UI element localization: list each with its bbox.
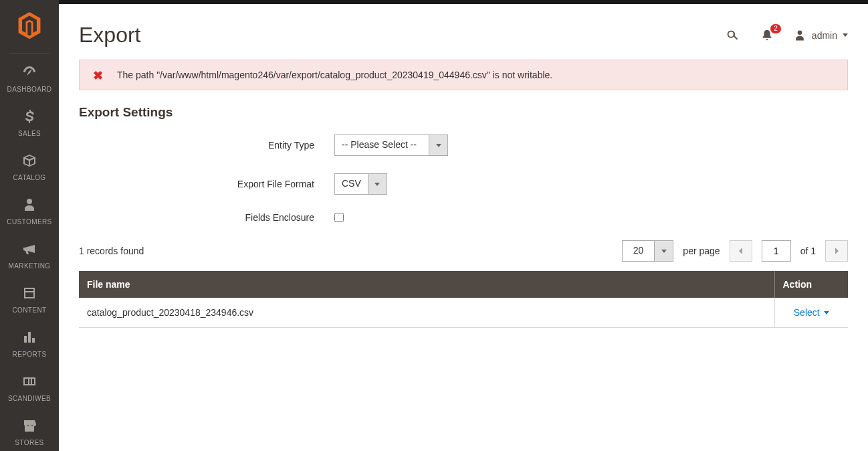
chevron-down-icon bbox=[429, 135, 447, 155]
bar-chart-icon bbox=[20, 329, 39, 345]
dashboard-icon bbox=[20, 64, 39, 80]
chevron-left-icon bbox=[738, 247, 744, 255]
chevron-down-icon bbox=[824, 311, 829, 314]
per-page-label: per page bbox=[683, 246, 720, 256]
sidebar-item-label: MARKETING bbox=[8, 262, 50, 270]
store-icon bbox=[20, 418, 39, 434]
select-label: Select bbox=[794, 307, 820, 318]
entity-type-value: -- Please Select -- bbox=[335, 135, 429, 155]
export-files-table: File name Action catalog_product_2023041… bbox=[79, 271, 848, 328]
sidebar-item-label: CATALOG bbox=[13, 174, 45, 181]
notification-badge: 2 bbox=[770, 24, 781, 33]
sidebar-item-label: SCANDIWEB bbox=[8, 395, 51, 402]
row-action-select[interactable]: Select bbox=[794, 307, 829, 318]
chevron-down-icon bbox=[368, 174, 387, 194]
table-row: catalog_product_20230418_234946.csv Sele… bbox=[79, 298, 848, 328]
person-icon bbox=[20, 197, 39, 213]
scandiweb-icon bbox=[20, 373, 39, 389]
chevron-right-icon bbox=[833, 247, 840, 255]
user-menu[interactable]: admin bbox=[793, 29, 848, 42]
box-icon bbox=[20, 153, 39, 169]
fields-enclosure-checkbox[interactable] bbox=[334, 213, 344, 222]
chevron-down-icon bbox=[843, 33, 848, 37]
sidebar-item-catalog[interactable]: CATALOG bbox=[0, 146, 59, 190]
next-page-button[interactable] bbox=[825, 240, 848, 262]
page-of-text: of 1 bbox=[800, 246, 816, 256]
sidebar-item-content[interactable]: CONTENT bbox=[0, 278, 59, 323]
prev-page-button[interactable] bbox=[730, 240, 752, 262]
entity-type-select[interactable]: -- Please Select -- bbox=[334, 134, 448, 156]
chevron-down-icon bbox=[654, 241, 673, 261]
sidebar-item-customers[interactable]: CUSTOMERS bbox=[0, 190, 59, 234]
fields-enclosure-label: Fields Enclosure bbox=[79, 212, 334, 223]
sidebar-item-sales[interactable]: SALES bbox=[0, 102, 59, 146]
user-name: admin bbox=[812, 30, 837, 41]
content-icon bbox=[20, 285, 39, 301]
col-header-action: Action bbox=[774, 271, 848, 298]
search-icon[interactable] bbox=[724, 27, 741, 44]
file-format-value: CSV bbox=[335, 174, 368, 194]
error-x-icon: ✖ bbox=[93, 68, 103, 83]
records-found-text: 1 records found bbox=[79, 246, 144, 256]
sidebar-item-stores[interactable]: STORES bbox=[0, 411, 59, 451]
sidebar-item-label: SALES bbox=[18, 130, 41, 137]
cell-filename: catalog_product_20230418_234946.csv bbox=[79, 298, 774, 328]
page-size-value: 20 bbox=[623, 241, 655, 261]
error-text: The path "/var/www/html/magento246/var/e… bbox=[117, 70, 552, 80]
page-size-select[interactable]: 20 bbox=[622, 240, 674, 262]
sidebar-item-label: CONTENT bbox=[12, 306, 46, 314]
page-title: Export bbox=[79, 23, 140, 48]
file-format-label: Export File Format bbox=[79, 179, 334, 189]
section-title: Export Settings bbox=[79, 105, 848, 120]
file-format-select[interactable]: CSV bbox=[334, 173, 387, 195]
dollar-icon bbox=[20, 108, 39, 124]
sidebar-item-label: DASHBOARD bbox=[7, 86, 52, 93]
admin-sidebar: DASHBOARD SALES CATALOG CUSTOMERS MARKET… bbox=[0, 0, 59, 451]
megaphone-icon bbox=[20, 241, 39, 257]
sidebar-item-label: STORES bbox=[15, 439, 43, 446]
user-icon bbox=[793, 29, 806, 42]
sidebar-item-marketing[interactable]: MARKETING bbox=[0, 234, 59, 278]
notifications-icon[interactable]: 2 bbox=[758, 27, 776, 44]
sidebar-item-label: CUSTOMERS bbox=[7, 218, 51, 225]
col-header-filename: File name bbox=[79, 271, 774, 298]
magento-logo-icon[interactable] bbox=[17, 0, 42, 50]
sidebar-item-label: REPORTS bbox=[13, 351, 47, 358]
error-message: ✖ The path "/var/www/html/magento246/var… bbox=[79, 60, 848, 90]
sidebar-item-reports[interactable]: REPORTS bbox=[0, 323, 59, 367]
entity-type-label: Entity Type bbox=[79, 140, 334, 151]
page-input[interactable] bbox=[762, 240, 791, 262]
sidebar-item-dashboard[interactable]: DASHBOARD bbox=[0, 58, 59, 102]
sidebar-item-scandiweb[interactable]: SCANDIWEB bbox=[0, 367, 59, 411]
